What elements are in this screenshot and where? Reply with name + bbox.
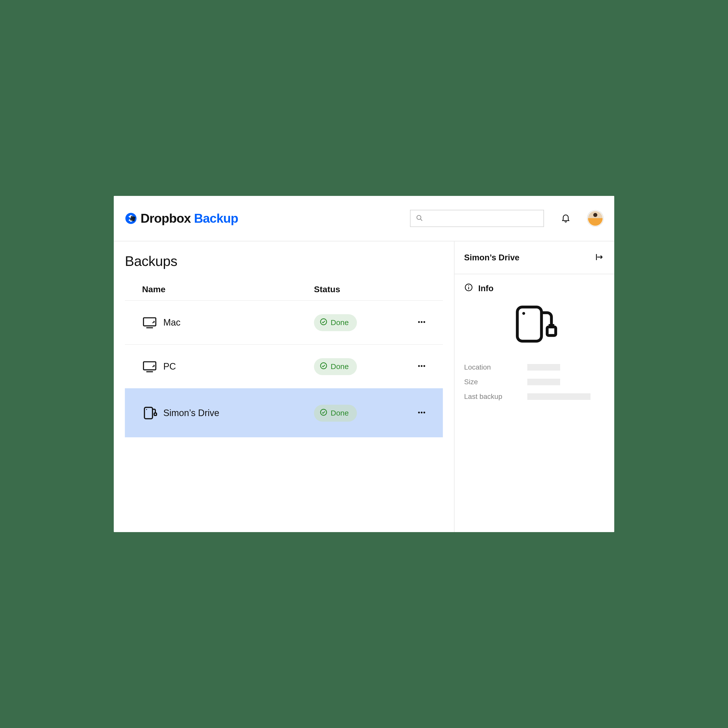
status-badge: Done	[314, 405, 357, 422]
table-row[interactable]: Simon’s Drive Done	[125, 388, 443, 437]
svg-point-20	[418, 412, 420, 413]
row-status: Done	[314, 405, 416, 422]
column-header-name[interactable]: Name	[142, 284, 314, 294]
field-label-last-backup: Last backup	[464, 393, 527, 401]
svg-rect-30	[547, 327, 556, 335]
row-more-button[interactable]	[416, 361, 428, 373]
svg-point-7	[418, 321, 420, 323]
check-circle-icon	[320, 318, 327, 327]
panel-header: Simon’s Drive	[454, 242, 614, 274]
collapse-panel-button[interactable]	[593, 252, 605, 263]
more-icon	[417, 318, 426, 327]
svg-rect-18	[154, 413, 156, 415]
check-circle-icon	[320, 408, 327, 418]
more-icon	[417, 408, 426, 418]
row-name: PC	[163, 361, 314, 372]
svg-point-17	[146, 409, 147, 410]
app-window: Dropbox Backup Backups	[114, 196, 614, 532]
drive-icon	[142, 405, 163, 421]
svg-point-29	[522, 312, 525, 315]
status-text: Done	[330, 409, 349, 418]
collapse-panel-icon	[595, 252, 604, 263]
status-text: Done	[330, 318, 349, 327]
avatar[interactable]	[587, 211, 603, 226]
bell-icon	[561, 213, 571, 224]
field-value-last-backup	[527, 393, 590, 400]
svg-point-15	[424, 365, 425, 367]
svg-point-13	[418, 365, 420, 367]
brand-text-secondary: Backup	[194, 211, 238, 225]
search-field[interactable]	[427, 214, 538, 223]
details-panel: Simon’s Drive	[454, 242, 614, 532]
more-icon	[417, 361, 426, 372]
svg-point-21	[421, 412, 423, 413]
svg-point-2	[417, 216, 421, 219]
info-fields: Location Size Last backup	[464, 363, 605, 401]
desktop-icon	[142, 315, 163, 330]
backups-table: Name Status Mac	[125, 284, 443, 437]
brand-text-primary: Dropbox	[141, 211, 194, 225]
search-input[interactable]	[410, 210, 544, 227]
svg-point-9	[424, 321, 425, 323]
main: Backups Name Status	[114, 242, 454, 532]
notifications-button[interactable]	[560, 213, 572, 225]
field-label-size: Size	[464, 378, 527, 386]
field-value-location	[527, 364, 560, 370]
status-badge: Done	[314, 314, 357, 331]
external-drive-icon	[464, 303, 605, 346]
svg-point-14	[421, 365, 423, 367]
column-header-status[interactable]: Status	[314, 284, 443, 294]
svg-point-22	[424, 412, 425, 413]
status-badge: Done	[314, 358, 357, 375]
status-text: Done	[330, 362, 349, 371]
table-row[interactable]: Mac Done	[125, 300, 443, 344]
panel-body: Info Location Size	[454, 274, 614, 409]
check-circle-icon	[320, 362, 327, 372]
info-label: Info	[478, 284, 493, 293]
page-title: Backups	[125, 253, 443, 269]
table-row[interactable]: PC Done	[125, 344, 443, 388]
row-status: Done	[314, 358, 416, 375]
svg-rect-16	[144, 407, 153, 419]
topbar: Dropbox Backup	[114, 196, 614, 242]
row-status: Done	[314, 314, 416, 331]
info-section-header: Info	[464, 283, 605, 294]
field-value-size	[527, 379, 560, 385]
row-more-button[interactable]	[416, 317, 428, 329]
table-header: Name Status	[125, 284, 443, 300]
row-name: Mac	[163, 317, 314, 328]
table-body: Mac Done	[125, 300, 443, 437]
svg-point-27	[468, 285, 469, 286]
dropbox-logo-icon	[125, 213, 137, 225]
panel-title: Simon’s Drive	[464, 253, 589, 262]
search-icon	[416, 214, 423, 223]
info-icon	[464, 283, 473, 294]
brand: Dropbox Backup	[125, 211, 238, 226]
svg-point-8	[421, 321, 423, 323]
body: Backups Name Status	[114, 242, 614, 532]
row-name: Simon’s Drive	[163, 408, 314, 418]
field-label-location: Location	[464, 363, 527, 371]
svg-line-3	[421, 219, 422, 221]
row-more-button[interactable]	[416, 407, 428, 419]
svg-rect-28	[517, 307, 542, 341]
brand-text: Dropbox Backup	[141, 211, 238, 226]
desktop-icon	[142, 359, 163, 374]
